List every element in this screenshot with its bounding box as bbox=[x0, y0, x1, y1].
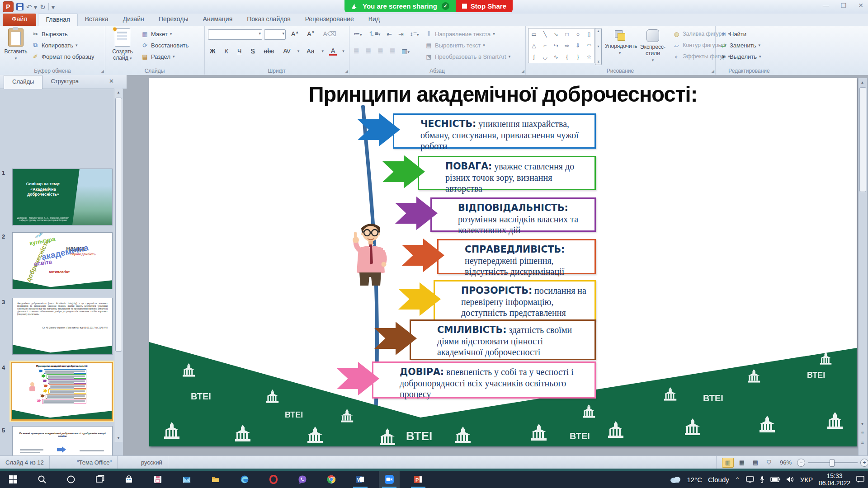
panel-close-icon[interactable]: ✕ bbox=[109, 78, 114, 84]
next-slide-icon[interactable]: ⇊ bbox=[859, 439, 866, 447]
font-size-combo[interactable] bbox=[264, 29, 286, 40]
taskbar-file-explorer-icon[interactable] bbox=[205, 471, 226, 488]
scroll-down-icon[interactable]: ▼ bbox=[114, 434, 123, 442]
zoom-out-button[interactable]: − bbox=[797, 459, 805, 467]
maximize-button[interactable]: ❐ bbox=[841, 2, 847, 9]
tab-Показ слайдов[interactable]: Показ слайдов bbox=[240, 14, 297, 26]
principle-banner-6[interactable]: СМІЛИВІСТЬ: здатність своїми діями відст… bbox=[410, 319, 596, 360]
tab-Вид[interactable]: Вид bbox=[361, 14, 387, 26]
dialog-launcher-icon[interactable]: ◢ bbox=[522, 69, 524, 73]
slide-thumbnail-2[interactable]: культуранаукаакадемічнадоброчесністьосві… bbox=[12, 232, 113, 289]
justify-button[interactable]: ☰ bbox=[390, 47, 396, 55]
shapes-gallery[interactable]: ▭╲↘□○▯△⌐↪⇨⇩◠∫◡∿{}☆ bbox=[528, 28, 595, 63]
tab-Переходы[interactable]: Переходы bbox=[151, 14, 196, 26]
save-icon[interactable] bbox=[16, 3, 24, 10]
taskbar-chrome-icon[interactable] bbox=[321, 471, 342, 488]
taskbar-start-icon[interactable] bbox=[3, 471, 24, 488]
cut-button[interactable]: ✂Вырезать bbox=[32, 28, 68, 39]
layout-button[interactable]: ▦Макет▾ bbox=[141, 28, 172, 39]
copy-button[interactable]: ⧉Копировать▾ bbox=[32, 40, 78, 51]
shadow-button[interactable]: S bbox=[249, 47, 256, 55]
shape-item[interactable]: ◠ bbox=[587, 42, 591, 49]
taskbar-opera-icon[interactable] bbox=[263, 471, 284, 488]
minimize-button[interactable]: — bbox=[823, 2, 829, 9]
quick-styles-button[interactable]: Экспресс-стили▾ bbox=[636, 28, 670, 66]
dialog-launcher-icon[interactable]: ◢ bbox=[345, 69, 348, 73]
shape-item[interactable]: ☆ bbox=[586, 54, 591, 60]
panel-tab-Слайды[interactable]: Слайды bbox=[4, 75, 42, 89]
select-button[interactable]: ➤Выделить▾ bbox=[720, 51, 761, 62]
find-button[interactable]: ⌖Найти bbox=[720, 28, 746, 39]
slide-thumbnail-4[interactable]: Принципи академічної доброчесності: bbox=[11, 362, 113, 421]
align-left-button[interactable]: ☰ bbox=[354, 47, 359, 55]
shape-item[interactable]: ⇩ bbox=[576, 42, 580, 49]
shape-item[interactable]: ↘ bbox=[554, 31, 558, 38]
columns-button[interactable]: ▥▾ bbox=[401, 47, 410, 55]
dialog-launcher-icon[interactable]: ◢ bbox=[712, 69, 714, 73]
shape-item[interactable]: { bbox=[566, 54, 568, 60]
action-center-icon[interactable] bbox=[856, 476, 864, 483]
taskbar-word-icon[interactable]: W bbox=[350, 471, 371, 488]
shape-item[interactable]: ╲ bbox=[543, 31, 547, 38]
principle-banner-5[interactable]: ПРОЗОРІСТЬ: посилання на перевірену інфо… bbox=[434, 280, 596, 321]
underline-button[interactable]: Ч bbox=[236, 47, 243, 55]
principle-banner-3[interactable]: ВІДПОВІДАЛЬНІСТЬ: розуміння наслідків вл… bbox=[430, 197, 596, 232]
taskbar-edge-icon[interactable] bbox=[234, 471, 255, 488]
numbering-button[interactable]: ⒈≡▾ bbox=[368, 30, 381, 38]
shape-item[interactable]: } bbox=[577, 54, 579, 60]
shape-item[interactable]: ⇨ bbox=[565, 42, 569, 49]
battery-icon[interactable] bbox=[770, 477, 780, 482]
shape-item[interactable]: ▭ bbox=[531, 31, 536, 38]
slide-canvas[interactable]: ВТЕІВТЕІВТЕІВТЕІВТЕІВТЕІ Принципи академ… bbox=[149, 78, 857, 446]
align-right-button[interactable]: ☰ bbox=[377, 47, 383, 55]
previous-slide-icon[interactable]: ⇈ bbox=[859, 429, 866, 437]
clock[interactable]: 15:33 06.04.2022 bbox=[819, 472, 850, 487]
normal-view-button[interactable]: ▥ bbox=[722, 458, 734, 468]
editor-scroll-thumb[interactable] bbox=[859, 87, 866, 192]
weather-desc[interactable]: Cloudy bbox=[708, 476, 729, 483]
font-name-combo[interactable] bbox=[208, 29, 262, 40]
change-case-button[interactable]: Aa bbox=[305, 47, 316, 55]
slideshow-button[interactable]: ⛉ bbox=[764, 458, 774, 467]
taskbar-viber-icon[interactable] bbox=[292, 471, 313, 488]
decrease-indent-button[interactable]: ⇤ bbox=[387, 30, 392, 38]
weather-temp[interactable]: 12°C bbox=[687, 476, 703, 483]
taskbar-task-view-icon[interactable] bbox=[90, 471, 110, 488]
tab-Вставка[interactable]: Вставка bbox=[78, 14, 116, 26]
shape-item[interactable]: ○ bbox=[576, 31, 580, 38]
shape-item[interactable]: △ bbox=[532, 42, 536, 49]
zoom-slider-thumb[interactable] bbox=[830, 459, 835, 467]
taskbar-zoom-icon[interactable] bbox=[379, 471, 400, 488]
clear-format-button[interactable]: A⌫ bbox=[321, 30, 338, 38]
zoom-in-button[interactable]: + bbox=[860, 459, 868, 467]
scroll-up-icon[interactable]: ▲ bbox=[859, 78, 866, 86]
char-spacing-button[interactable]: AV bbox=[281, 47, 292, 55]
microphone-icon[interactable] bbox=[760, 476, 764, 483]
speaker-icon[interactable] bbox=[786, 476, 794, 483]
shape-item[interactable]: ↪ bbox=[554, 42, 558, 49]
shape-item[interactable]: ◡ bbox=[542, 54, 547, 60]
line-spacing-button[interactable]: ↕≡▾ bbox=[410, 30, 419, 38]
shrink-font-button[interactable]: A▼ bbox=[305, 30, 316, 38]
tray-expand-icon[interactable]: ⌃ bbox=[735, 476, 740, 483]
shape-item[interactable]: ⌐ bbox=[543, 42, 547, 49]
theme-name[interactable]: "Тема Office" bbox=[71, 456, 118, 469]
tab-Дизайн[interactable]: Дизайн bbox=[116, 14, 151, 26]
tab-Рецензирование[interactable]: Рецензирование bbox=[298, 14, 361, 26]
taskbar-search-icon[interactable] bbox=[32, 471, 52, 488]
taskbar-save-app-icon[interactable] bbox=[147, 471, 168, 488]
reading-view-button[interactable]: ▤ bbox=[750, 458, 761, 467]
dialog-launcher-icon[interactable]: ◢ bbox=[101, 69, 104, 73]
grow-font-button[interactable]: A▲ bbox=[289, 30, 301, 38]
close-button[interactable]: ✕ bbox=[858, 2, 863, 9]
tab-Файл[interactable]: Файл bbox=[3, 14, 36, 26]
principle-banner-4[interactable]: СПРАВЕДЛИВІСТЬ: неупереджені рішення, ві… bbox=[437, 239, 596, 274]
italic-button[interactable]: К bbox=[223, 47, 230, 55]
taskbar-cortana-icon[interactable] bbox=[61, 471, 81, 488]
slide-thumbnail-3[interactable]: Академічна доброчесність (англ. Academic… bbox=[12, 298, 113, 355]
panel-scrollbar[interactable]: ▲ ▼ bbox=[114, 89, 123, 442]
taskbar-store-icon[interactable] bbox=[118, 471, 139, 488]
bullets-button[interactable]: ≔▾ bbox=[354, 30, 362, 38]
slide-sorter-button[interactable]: ▦ bbox=[736, 458, 747, 467]
arrange-button[interactable]: Упорядочить▾ bbox=[605, 28, 635, 66]
